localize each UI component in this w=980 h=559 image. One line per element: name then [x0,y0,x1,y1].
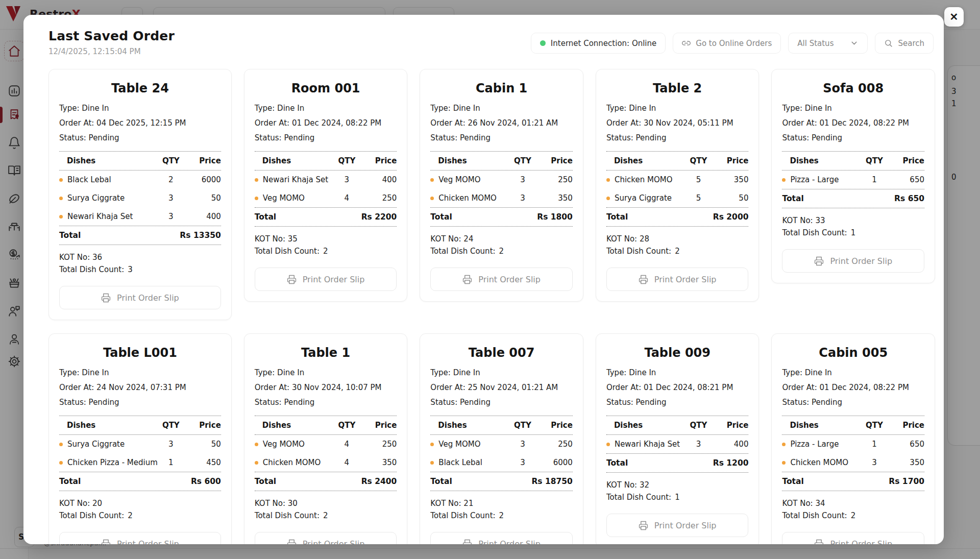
printer-icon [101,293,111,303]
order-type: Type: Dine In [782,368,924,377]
order-type: Type: Dine In [255,104,397,113]
chevron-down-icon [850,39,859,47]
order-card-title: Sofa 008 [782,81,924,95]
go-to-online-orders-button[interactable]: Go to Online Orders [673,33,781,54]
qty-column-header: QTY [509,421,536,430]
dish-price: 350 [360,458,397,467]
dish-price: 350 [888,458,924,467]
modal-header: Last Saved Order 12/4/2025, 12:15:04 PM … [23,15,944,56]
order-card: Table 2 Type: Dine In Order At: 30 Nov 2… [596,69,760,302]
order-total-row: Total Rs 600 [59,472,221,491]
print-order-slip-button[interactable]: Print Order Slip [606,514,749,537]
dish-price: 400 [184,212,221,221]
total-value: Rs 650 [894,194,924,203]
printer-icon [814,539,824,545]
kot-number: KOT No: 36 [59,251,221,263]
dish-bullet-icon [430,197,434,200]
print-order-slip-button[interactable]: Print Order Slip [255,532,397,544]
dish-bullet-icon [430,443,434,446]
print-order-slip-button[interactable]: Print Order Slip [606,268,749,291]
order-card-title: Table 1 [255,346,397,360]
printer-icon [639,275,648,284]
dish-bullet-icon [606,443,610,446]
print-order-slip-button[interactable]: Print Order Slip [430,268,573,291]
dishes-column-header: Dishes [430,421,509,430]
dish-name: Veg MOMO [263,193,305,203]
kot-block: KOT No: 36 Total Dish Count:3 [59,251,221,276]
dish-count: Total Dish Count:2 [606,245,749,257]
printer-icon [101,539,111,545]
dish-bullet-icon [59,197,63,200]
total-value: Rs 600 [191,477,221,486]
dish-table: Dishes QTY Price Pizza - Large 1 650 Tot… [782,151,924,208]
kot-block: KOT No: 32 Total Dish Count:1 [606,479,749,503]
dish-price: 50 [184,440,221,449]
print-order-slip-button[interactable]: Print Order Slip [255,268,397,291]
order-status: Status: Pending [59,133,221,142]
print-order-slip-button[interactable]: Print Order Slip [59,286,221,309]
dish-qty: 3 [861,458,888,467]
print-order-slip-button[interactable]: Print Order Slip [782,532,924,544]
order-type: Type: Dine In [606,368,749,377]
qty-column-header: QTY [158,421,184,430]
kot-number: KOT No: 24 [430,233,573,245]
dish-qty: 3 [509,175,536,184]
dish-price: 50 [712,193,748,203]
order-time: Order At: 30 Nov 2024, 10:07 PM [255,383,397,392]
dish-row: Veg MOMO 4 250 [255,435,397,453]
qty-column-header: QTY [333,156,360,165]
dishes-column-header: Dishes [59,156,158,165]
dish-name: Chicken MOMO [790,458,848,467]
printer-icon [462,275,472,284]
dish-row: Chicken MOMO 5 350 [606,171,749,189]
dish-row: Newari Khaja Set 3 400 [255,171,397,189]
dish-table-header: Dishes QTY Price [255,416,397,435]
dish-price: 400 [712,440,748,449]
order-card: Table 009 Type: Dine In Order At: 01 Dec… [596,333,760,544]
status-filter-dropdown[interactable]: All Status [788,33,868,54]
dish-count: Total Dish Count:2 [255,245,397,257]
kot-number: KOT No: 20 [59,497,221,509]
order-status: Status: Pending [430,398,573,407]
order-card: Sofa 008 Type: Dine In Order At: 01 Dec … [771,69,935,283]
kot-block: KOT No: 21 Total Dish Count:2 [430,497,573,522]
dish-name: Chicken Pizza - Medium [67,458,158,467]
total-label: Total [430,477,452,486]
order-status: Status: Pending [59,398,221,407]
dishes-column-header: Dishes [606,156,685,165]
order-time: Order At: 25 Nov 2024, 01:21 AM [430,383,573,392]
print-order-slip-button[interactable]: Print Order Slip [59,532,221,544]
dish-row: Surya Ciggrate 3 50 [59,189,221,207]
dish-name: Pizza - Large [790,175,839,184]
dish-name: Newari Khaja Set [263,175,328,184]
order-time: Order At: 01 Dec 2024, 08:22 PM [782,383,924,392]
order-card: Table L001 Type: Dine In Order At: 24 No… [48,333,232,544]
dish-bullet-icon [59,215,63,218]
search-button[interactable]: Search [875,33,934,54]
print-order-slip-button[interactable]: Print Order Slip [782,249,924,273]
dish-row: Chicken MOMO 4 350 [255,453,397,472]
total-value: Rs 18750 [531,477,572,486]
dish-name: Pizza - Large [790,440,839,449]
dish-qty: 1 [861,440,888,449]
dish-bullet-icon [255,197,258,200]
page-title: Last Saved Order [48,29,175,43]
dishes-column-header: Dishes [255,421,334,430]
kot-number: KOT No: 30 [255,497,397,509]
order-total-row: Total Rs 1800 [430,207,573,227]
dishes-column-header: Dishes [59,421,158,430]
print-order-slip-button[interactable]: Print Order Slip [430,532,573,544]
dish-table: Dishes QTY Price Veg MOMO 3 250 Black Le… [430,416,573,491]
modal-timestamp: 12/4/2025, 12:15:04 PM [48,47,175,56]
dish-row: Black Lebal 3 6000 [430,453,573,472]
order-status: Status: Pending [255,398,397,407]
dishes-column-header: Dishes [255,156,334,165]
dish-bullet-icon [606,197,610,200]
dish-row: Black Lebal 2 6000 [59,171,221,189]
dish-qty: 3 [685,440,712,449]
dish-row: Pizza - Large 1 650 [782,435,924,453]
close-icon[interactable]: ✕ [944,7,964,27]
dish-count: Total Dish Count:3 [59,263,221,276]
order-card: Table 007 Type: Dine In Order At: 25 Nov… [420,333,583,544]
qty-column-header: QTY [509,156,536,165]
